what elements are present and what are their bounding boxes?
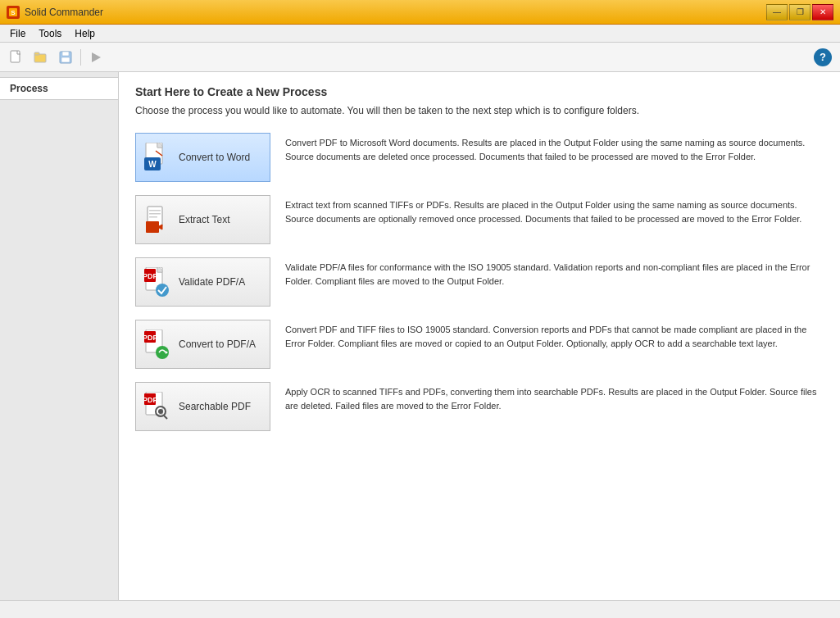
convert-word-description: Convert PDF to Microsoft Word documents.…: [285, 133, 824, 163]
svg-text:PDF: PDF: [144, 334, 158, 342]
svg-rect-16: [149, 213, 161, 215]
process-row: Extract TextExtract text from scanned TI…: [135, 195, 824, 244]
menu-bar: File Tools Help: [0, 25, 840, 43]
process-row: PDF Searchable PDFApply OCR to scanned T…: [135, 382, 824, 431]
status-bar: [0, 600, 840, 618]
searchable-pdf-description: Apply OCR to scanned TIFFs and PDFs, con…: [285, 382, 824, 412]
new-icon: [9, 50, 24, 65]
convert-pdfa-icon: PDF: [144, 331, 170, 357]
svg-rect-15: [149, 210, 161, 211]
new-button[interactable]: [5, 47, 28, 68]
sidebar-item-process[interactable]: Process: [0, 77, 118, 100]
save-icon: [58, 50, 73, 65]
window-controls: — ❐ ✕: [766, 4, 833, 20]
open-button[interactable]: [30, 47, 52, 68]
convert-word-label: Convert to Word: [179, 152, 250, 163]
process-row: PDF Validate PDF/AValidate PDF/A files f…: [135, 257, 824, 307]
searchable-pdf-label: Searchable PDF: [179, 401, 251, 412]
help-button[interactable]: ?: [814, 48, 832, 66]
svg-text:PDF: PDF: [144, 396, 158, 404]
window-title: Solid Commander: [25, 7, 103, 18]
title-bar: S Solid Commander — ❐ ✕: [0, 0, 840, 25]
toolbar-separator: [80, 49, 81, 66]
process-button-convert-word[interactable]: W Convert to Word: [135, 133, 270, 182]
menu-file[interactable]: File: [3, 26, 32, 41]
app-icon: S: [7, 6, 20, 19]
svg-rect-4: [34, 52, 39, 55]
save-button[interactable]: [54, 47, 77, 68]
toolbar: ?: [0, 43, 840, 72]
extract-text-description: Extract text from scanned TIFFs or PDFs.…: [285, 195, 824, 225]
menu-tools[interactable]: Tools: [32, 26, 68, 41]
minimize-button[interactable]: —: [766, 4, 788, 20]
run-icon: [89, 50, 103, 65]
svg-text:PDF: PDF: [144, 272, 158, 280]
process-list: W Convert to WordConvert PDF to Microsof…: [135, 133, 824, 431]
page-subtitle: Choose the process you would like to aut…: [135, 105, 824, 116]
validate-pdfa-label: Validate PDF/A: [179, 276, 245, 288]
convert-word-icon: W: [144, 144, 170, 170]
validate-pdfa-icon: PDF: [144, 269, 170, 295]
searchable-pdf-icon: PDF: [144, 393, 170, 420]
svg-line-35: [164, 416, 167, 419]
svg-point-34: [158, 409, 163, 414]
svg-text:W: W: [148, 160, 157, 169]
restore-button[interactable]: ❐: [789, 4, 810, 20]
svg-rect-6: [62, 52, 69, 56]
convert-pdfa-label: Convert to PDF/A: [179, 339, 256, 350]
extract-text-label: Extract Text: [179, 214, 229, 225]
process-button-extract-text[interactable]: Extract Text: [135, 195, 270, 244]
process-row: W Convert to WordConvert PDF to Microsof…: [135, 133, 824, 182]
close-button[interactable]: ✕: [812, 4, 833, 20]
svg-text:S: S: [11, 9, 16, 16]
extract-text-icon: [144, 207, 170, 233]
svg-rect-2: [11, 51, 20, 62]
page-title: Start Here to Create a New Process: [135, 85, 824, 98]
main-area: Process Start Here to Create a New Proce…: [0, 72, 840, 600]
process-row: PDF Convert to PDF/AConvert PDF and TIFF…: [135, 320, 824, 369]
svg-rect-7: [61, 57, 70, 62]
open-icon: [34, 50, 48, 65]
title-bar-left: S Solid Commander: [7, 6, 103, 19]
run-button[interactable]: [84, 47, 107, 68]
process-button-searchable-pdf[interactable]: PDF Searchable PDF: [135, 382, 270, 431]
sidebar: Process: [0, 72, 119, 600]
convert-pdfa-description: Convert PDF and TIFF files to ISO 19005 …: [285, 320, 824, 350]
process-button-validate-pdfa[interactable]: PDF Validate PDF/A: [135, 257, 270, 307]
svg-rect-17: [149, 216, 157, 218]
process-button-convert-pdfa[interactable]: PDF Convert to PDF/A: [135, 320, 270, 369]
validate-pdfa-description: Validate PDF/A files for conformance wit…: [285, 257, 824, 288]
svg-marker-8: [92, 52, 101, 62]
svg-point-24: [156, 284, 169, 297]
content-area: Start Here to Create a New Process Choos…: [119, 72, 840, 600]
menu-help[interactable]: Help: [68, 26, 102, 41]
